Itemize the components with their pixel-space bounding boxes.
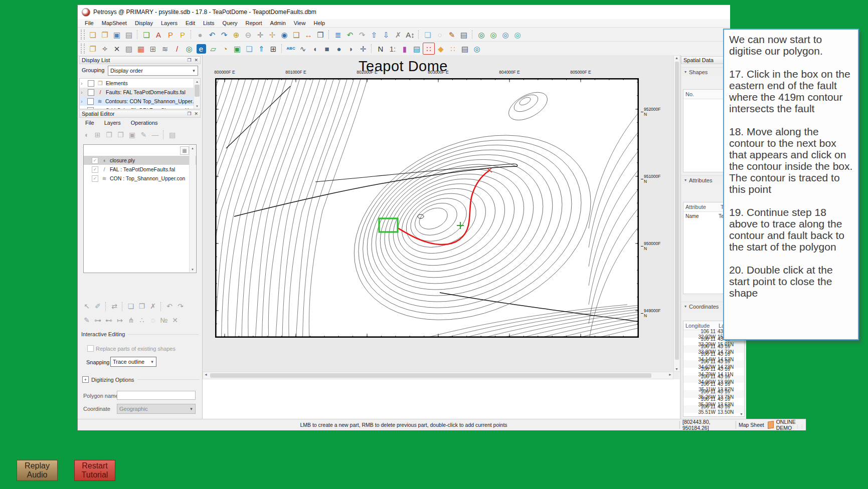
zoom-out-icon[interactable]: ⊖ — [242, 29, 254, 41]
display-list-icon[interactable]: ≣ — [332, 29, 344, 41]
document-icon[interactable]: ❏ — [243, 43, 255, 55]
float-panel-icon[interactable]: ❐ — [187, 58, 191, 63]
north-arrow-icon[interactable]: N — [375, 43, 387, 55]
ed-select-icon[interactable]: ↖ — [81, 301, 92, 312]
menu-item[interactable]: Layers — [157, 20, 182, 27]
se-open-icon[interactable]: ❐ — [103, 129, 115, 140]
scroll-down-icon[interactable]: ▼ — [190, 267, 196, 272]
ed-copy-icon[interactable]: ❏ — [125, 301, 136, 312]
ed-redo-icon[interactable]: ↷ — [175, 301, 186, 312]
checkbox[interactable] — [87, 107, 94, 110]
checkbox[interactable] — [88, 89, 94, 96]
se-new-shape-icon[interactable]: ◖ — [80, 129, 92, 140]
delete-icon[interactable]: ✗ — [392, 29, 404, 41]
display-list-item-contours[interactable]: › ≋ Contours: CON Top_Shannon_Upper.con — [80, 97, 194, 106]
print-icon[interactable]: ▤ — [123, 29, 135, 41]
map-horizontal-scrollbar[interactable]: ◄ ► — [203, 372, 673, 379]
polygon-file-icon[interactable]: ▱ — [207, 43, 219, 55]
title-bar[interactable]: Petrosys @ PRIMARY - psyslite.sdb - 17.8… — [78, 5, 806, 20]
world-map-icon[interactable]: ◎ — [471, 43, 483, 55]
polygon-name-input[interactable] — [117, 391, 196, 400]
ed-undo-icon[interactable]: ↶ — [164, 301, 175, 312]
report-icon[interactable]: ▤ — [411, 43, 423, 55]
float-panel-icon[interactable]: ❐ — [187, 111, 191, 116]
snapping-dropdown[interactable]: Trace outline ▾ — [110, 357, 156, 367]
se-save-icon[interactable]: ▣ — [126, 129, 138, 140]
checkbox[interactable]: ✓ — [92, 166, 98, 173]
attribute-name-cell[interactable]: Name — [683, 213, 719, 219]
display-list-item-elements[interactable]: › ❐ Elements — [80, 79, 194, 88]
erase-icon[interactable]: ◌ — [434, 29, 446, 41]
graticule-icon[interactable]: ⊞ — [147, 43, 159, 55]
digitizing-options-toggle[interactable]: + Digitizing Options — [82, 376, 200, 383]
layers-scrollbar[interactable]: ▲ ▼ — [189, 145, 196, 272]
ed-delete-icon[interactable]: ✗ — [147, 301, 158, 312]
fence-icon[interactable]: ▨ — [123, 43, 135, 55]
expand-plus-icon[interactable]: + — [82, 376, 89, 383]
sort-icon[interactable]: A↕ — [404, 29, 416, 41]
restart-tutorial-button[interactable]: Restart Tutorial — [74, 460, 115, 481]
menu-item[interactable]: Report — [242, 20, 266, 27]
map-canvas[interactable] — [215, 78, 639, 338]
undo-icon[interactable]: ↶ — [344, 29, 356, 41]
scroll-up-icon[interactable]: ▲ — [190, 145, 196, 151]
menu-item[interactable]: Lists — [199, 20, 219, 27]
symbol-editor-icon[interactable]: ✧ — [99, 43, 111, 55]
checkbox[interactable] — [87, 345, 94, 352]
polyline-icon[interactable]: ∿ — [297, 43, 309, 55]
export-edit-icon[interactable]: P — [177, 29, 189, 41]
lower-icon[interactable]: ⇩ — [380, 29, 392, 41]
coordinate-row[interactable]: 106 11 35.51W 43 16 13.50N — [683, 405, 744, 413]
scroll-left-icon[interactable]: ◄ — [204, 373, 208, 376]
scale-bar-icon[interactable]: 1: — [387, 43, 399, 55]
replay-audio-button[interactable]: Replay Audio — [17, 460, 58, 481]
layer-faults[interactable]: ✓ / FAL : TeaPotDomeFaults.fal — [84, 165, 196, 174]
redo-icon[interactable]: ↷ — [356, 29, 368, 41]
layer-closure[interactable]: ✓ ◖ closure.ply — [84, 156, 196, 165]
ed-digitize-icon[interactable]: ✎ — [81, 315, 92, 326]
ed-insert-point-icon[interactable]: ⊷ — [103, 315, 114, 326]
rectangle-icon[interactable]: ■ — [321, 43, 333, 55]
menu-item[interactable]: File — [81, 20, 98, 27]
text-icon[interactable]: ABC — [285, 43, 297, 55]
se-new-grid-icon[interactable]: ⊞ — [92, 129, 103, 140]
zoom-extents-icon[interactable]: ✛ — [254, 29, 266, 41]
points-display-icon[interactable]: ∷ — [447, 43, 459, 55]
menu-item[interactable]: MapSheet — [98, 20, 131, 27]
point-icon[interactable]: ✛ — [357, 43, 369, 55]
zoom-in-icon[interactable]: ⊕ — [230, 29, 242, 41]
raise-icon[interactable]: ⇧ — [368, 29, 380, 41]
checkbox[interactable] — [87, 98, 94, 105]
toolbar-grip[interactable] — [81, 44, 85, 54]
ed-split-icon[interactable]: ⋔ — [125, 315, 136, 326]
resize-grip[interactable]: ⋮⋮⋮ — [791, 424, 804, 429]
page-setup-icon[interactable]: ❒ — [314, 29, 326, 41]
close-panel-icon[interactable]: ✕ — [194, 58, 198, 63]
import-icon[interactable]: ⇑ — [255, 43, 267, 55]
menu-item[interactable]: Edit — [182, 20, 199, 27]
spatial-grid-icon[interactable]: ⊞ — [267, 43, 279, 55]
expand-icon[interactable]: › — [81, 89, 87, 95]
menu-item[interactable]: Layers — [100, 119, 125, 126]
ed-append-point-icon[interactable]: ⊶ — [92, 315, 103, 326]
ed-select-shape-icon[interactable]: ✐ — [92, 301, 103, 312]
ed-replace-icon[interactable]: ⇄ — [109, 301, 120, 312]
new-file-icon[interactable]: ❏ — [87, 29, 99, 41]
ellipse-icon[interactable]: ◗ — [345, 43, 357, 55]
snapshot-icon[interactable]: ◉ — [278, 29, 290, 41]
measure-icon[interactable]: ↔ — [302, 29, 314, 41]
open-icon[interactable]: ❐ — [99, 29, 111, 41]
display-list-item-faults[interactable]: › / Faults: FAL TeaPotDomeFaults.fal — [80, 88, 194, 97]
replace-parts-checkbox-row[interactable]: Replace parts of existing shapes — [86, 345, 176, 352]
form-icon[interactable]: ▤ — [458, 29, 470, 41]
spatial-editor-icon[interactable]: ∷ — [423, 43, 435, 55]
scroll-down-icon[interactable]: ▼ — [675, 367, 678, 371]
save-icon[interactable]: ▣ — [111, 29, 123, 41]
grid-display-icon[interactable]: ▦ — [135, 43, 147, 55]
stop-icon[interactable]: ● — [194, 29, 206, 41]
layer-contours[interactable]: ✓ ≋ CON : Top_Shannon_Upper.con — [84, 174, 196, 183]
culture-icon[interactable]: e — [195, 43, 207, 55]
color-legend-icon[interactable]: ▮ — [399, 43, 411, 55]
web-map-icon[interactable]: ◎ — [475, 29, 487, 41]
menu-item[interactable]: Display — [131, 20, 157, 27]
